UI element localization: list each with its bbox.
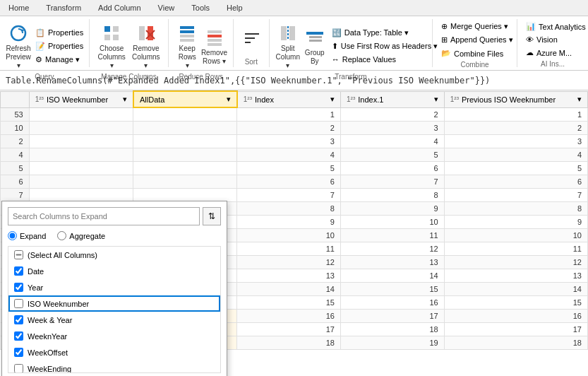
week-ending-checkbox[interactable] (14, 364, 23, 373)
group-query: RefreshPreview ▾ 📋 Properties 📝 Properti… (0, 19, 90, 67)
week-year-checkbox[interactable] (14, 315, 23, 324)
tab-transform[interactable]: Transform (37, 0, 90, 16)
tab-home[interactable]: Home (0, 0, 37, 16)
checkbox-date[interactable]: Date (8, 263, 220, 279)
iso-filter-icon[interactable]: ▾ (123, 95, 127, 104)
tab-help[interactable]: Help (218, 0, 251, 16)
row-num-cell: 5 (1, 161, 30, 175)
properties-label: Properties (48, 28, 83, 37)
azure-ml-button[interactable]: ☁ Azure M... (523, 47, 588, 59)
index1-cell: 6 (340, 161, 444, 175)
table-row: 6 6 7 6 (1, 175, 588, 188)
col-header-index[interactable]: 1²³ Index ▾ (237, 91, 341, 107)
split-column-button[interactable]: SplitColumn ▾ (275, 20, 301, 71)
expand-radio-text: Expand (20, 232, 46, 240)
search-row: ⇅ (8, 207, 221, 225)
index-cell: 1 (237, 107, 341, 121)
first-row-label: Use First Row as Headers ▾ (341, 42, 438, 51)
col-header-index1[interactable]: 1²³ Index.1 ▾ (340, 91, 444, 107)
iso-weeknumber-checkbox[interactable] (14, 299, 23, 308)
col-header-alldata[interactable]: AllData ▾ (133, 91, 237, 107)
index1-cell: 10 (340, 215, 444, 228)
append-queries-button[interactable]: ⊞ Append Queries ▾ (438, 34, 516, 46)
expand-radio-label[interactable]: Expand (8, 231, 46, 240)
alldata-cell (133, 161, 237, 175)
prev-iso-col-label: Previous ISO Weeknumber (462, 95, 556, 104)
weekn-year-checkbox[interactable] (14, 331, 23, 341)
alldata-cell (133, 175, 237, 188)
checkbox-week-ending[interactable]: WeekEnding (8, 360, 220, 373)
merge-queries-button[interactable]: ⊕ Merge Queries ▾ (438, 20, 516, 33)
checkbox-year[interactable]: Year (8, 279, 220, 295)
data-type-button[interactable]: 🔣 Data Type: Table ▾ (329, 27, 440, 39)
vision-button[interactable]: 👁 Vision (523, 34, 588, 45)
checkbox-week-year[interactable]: Week & Year (8, 312, 220, 328)
iso-cell (29, 175, 133, 188)
year-checkbox[interactable] (14, 283, 23, 292)
iso-col-label: ISO Weeknumber (47, 95, 108, 104)
svg-rect-24 (306, 32, 323, 35)
remove-rows-button[interactable]: RemoveRows ▾ (201, 25, 227, 67)
remove-columns-icon (135, 22, 157, 45)
expand-radio[interactable] (8, 231, 17, 240)
group-by-icon (304, 26, 326, 49)
refresh-preview-button[interactable]: RefreshPreview ▾ (6, 20, 31, 71)
first-row-button[interactable]: ⬆ Use First Row as Headers ▾ (329, 40, 440, 52)
combine-buttons: ⊕ Merge Queries ▾ ⊞ Append Queries ▾ 📂 C… (438, 20, 511, 59)
combine-files-icon: 📂 (441, 49, 451, 58)
prev-iso-cell: 11 (444, 242, 587, 255)
select-all-checkbox[interactable] (14, 250, 23, 259)
index-cell: 11 (237, 242, 341, 255)
replace-values-button[interactable]: ↔ Replace Values (329, 54, 440, 65)
index1-cell: 9 (340, 201, 444, 215)
aggregate-radio-label[interactable]: Aggregate (57, 231, 105, 240)
sort-columns-button[interactable]: ⇅ (203, 207, 221, 225)
advanced-editor-button[interactable]: 📝 Properties (32, 40, 86, 52)
combine-files-button[interactable]: 📂 Combine Files (438, 47, 516, 59)
week-offset-label: WeekOffset (28, 348, 68, 357)
checkbox-select-all[interactable]: (Select All Columns) (8, 247, 220, 263)
table-row: 4 4 5 4 (1, 148, 588, 161)
tab-add-column[interactable]: Add Column (90, 0, 150, 16)
index-filter-icon[interactable]: ▾ (330, 95, 335, 104)
manage-button[interactable]: ⚙ Manage ▾ (32, 54, 86, 66)
checkbox-weekn-year[interactable]: WeeknYear (8, 328, 220, 344)
tab-view[interactable]: View (150, 0, 184, 16)
svg-rect-6 (139, 26, 145, 40)
svg-rect-22 (289, 26, 295, 40)
properties-button[interactable]: 📋 Properties (32, 27, 86, 39)
vision-label: Vision (536, 35, 558, 44)
index1-filter-icon[interactable]: ▾ (434, 95, 438, 104)
index-cell: 18 (237, 336, 341, 349)
prev-iso-cell: 15 (444, 295, 587, 309)
choose-columns-button[interactable]: ChooseColumns ▾ (95, 20, 128, 71)
table-row: 7 7 8 7 (1, 188, 588, 201)
manage-columns-buttons: ChooseColumns ▾ RemoveColumns ▾ (95, 20, 162, 71)
merge-icon: ⊕ (441, 22, 448, 31)
col-header-prev-iso[interactable]: 1²³ Previous ISO Weeknumber ▾ (444, 91, 587, 107)
row-num-header (1, 91, 30, 107)
index1-cell: 15 (340, 282, 444, 295)
sort-asc-button[interactable] (239, 26, 265, 52)
aggregate-radio[interactable] (57, 231, 66, 240)
text-analytics-button[interactable]: 📊 Text Analytics (523, 20, 588, 33)
tab-tools[interactable]: Tools (183, 0, 218, 16)
sort-buttons (239, 20, 263, 57)
index1-cell: 18 (340, 322, 444, 336)
prev-iso-filter-icon[interactable]: ▾ (577, 95, 582, 104)
group-by-button[interactable]: GroupBy (302, 25, 328, 67)
search-columns-input[interactable] (8, 207, 200, 225)
aggregate-radio-text: Aggregate (69, 232, 105, 240)
checkbox-iso-weeknumber[interactable]: ISO Weeknumber (8, 295, 220, 312)
group-by-label: GroupBy (305, 49, 325, 66)
main-content: ⇅ Expand Aggregate (Select All Columns) … (0, 90, 588, 376)
week-offset-checkbox[interactable] (14, 348, 23, 357)
checkbox-week-offset[interactable]: WeekOffset (8, 344, 220, 360)
prev-iso-cell: 12 (444, 255, 587, 269)
keep-rows-button[interactable]: KeepRows ▾ (174, 20, 200, 71)
remove-columns-button[interactable]: RemoveColumns ▾ (129, 20, 162, 71)
group-transform: SplitColumn ▾ GroupBy 🔣 Data Type: Table… (270, 19, 433, 67)
col-header-iso-weeknumber[interactable]: 1²³ ISO Weeknumber ▾ (29, 91, 133, 107)
date-checkbox[interactable] (14, 266, 23, 276)
alldata-filter-icon[interactable]: ▾ (227, 95, 231, 104)
